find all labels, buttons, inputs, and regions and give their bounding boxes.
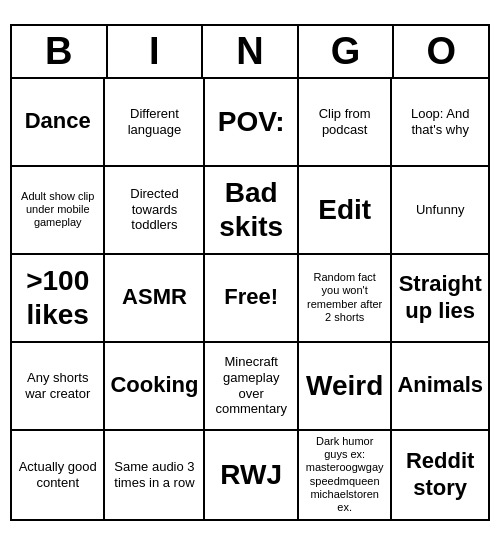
bingo-cell-19[interactable]: Animals [392, 343, 488, 431]
bingo-cell-17[interactable]: Minecraft gameplay over commentary [205, 343, 298, 431]
header-i: I [108, 26, 204, 77]
bingo-card: B I N G O DanceDifferent languagePOV:Cli… [10, 24, 490, 521]
bingo-cell-22[interactable]: RWJ [205, 431, 298, 519]
bingo-cell-15[interactable]: Any shorts war creator [12, 343, 105, 431]
bingo-grid: DanceDifferent languagePOV:Clip from pod… [12, 79, 488, 519]
bingo-cell-10[interactable]: >100 likes [12, 255, 105, 343]
bingo-cell-18[interactable]: Weird [299, 343, 392, 431]
bingo-cell-4[interactable]: Loop: And that's why [392, 79, 488, 167]
bingo-cell-23[interactable]: Dark humor guys ex: masteroogwgay speedm… [299, 431, 392, 519]
bingo-cell-11[interactable]: ASMR [105, 255, 205, 343]
bingo-cell-20[interactable]: Actually good content [12, 431, 105, 519]
bingo-cell-3[interactable]: Clip from podcast [299, 79, 392, 167]
bingo-cell-5[interactable]: Adult show clip under mobile gameplay [12, 167, 105, 255]
bingo-cell-7[interactable]: Bad skits [205, 167, 298, 255]
bingo-cell-1[interactable]: Different language [105, 79, 205, 167]
bingo-cell-2[interactable]: POV: [205, 79, 298, 167]
header-b: B [12, 26, 108, 77]
bingo-cell-0[interactable]: Dance [12, 79, 105, 167]
bingo-cell-12[interactable]: Free! [205, 255, 298, 343]
bingo-cell-8[interactable]: Edit [299, 167, 392, 255]
header-o: O [394, 26, 488, 77]
bingo-cell-16[interactable]: Cooking [105, 343, 205, 431]
bingo-cell-14[interactable]: Straight up lies [392, 255, 488, 343]
header-g: G [299, 26, 395, 77]
header-n: N [203, 26, 299, 77]
bingo-cell-9[interactable]: Unfunny [392, 167, 488, 255]
bingo-cell-24[interactable]: Reddit story [392, 431, 488, 519]
bingo-header: B I N G O [12, 26, 488, 79]
bingo-cell-13[interactable]: Random fact you won't remember after 2 s… [299, 255, 392, 343]
bingo-cell-6[interactable]: Directed towards toddlers [105, 167, 205, 255]
bingo-cell-21[interactable]: Same audio 3 times in a row [105, 431, 205, 519]
